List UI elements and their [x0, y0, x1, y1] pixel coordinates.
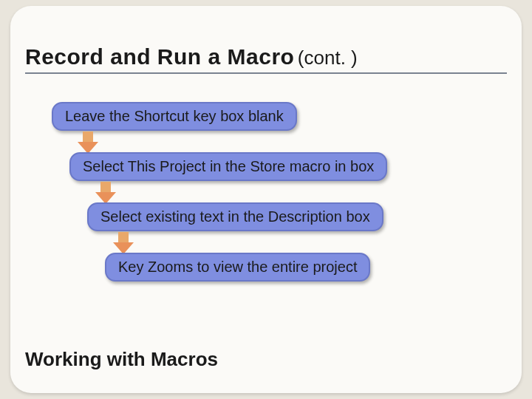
step-box-2: Select This Project in the Store macro i… [69, 152, 387, 181]
step-text: Select existing text in the Description … [100, 208, 370, 225]
slide-title: Record and Run a Macro (cont. ) [25, 44, 507, 74]
step-box-4: Key Zooms to view the entire project [105, 253, 370, 282]
step-text: Select This Project in the Store macro i… [83, 158, 374, 174]
slide-footer: Working with Macros [25, 348, 218, 371]
step-box-1: Leave the Shortcut key box blank [52, 102, 297, 131]
arrow-icon [83, 132, 93, 142]
arrow-icon [100, 182, 111, 192]
arrow-icon [118, 232, 129, 242]
title-main: Record and Run a Macro [25, 44, 294, 69]
title-cont: (cont. ) [298, 47, 358, 69]
step-text: Leave the Shortcut key box blank [65, 108, 284, 124]
step-box-3: Select existing text in the Description … [87, 202, 383, 231]
step-text: Key Zooms to view the entire project [118, 259, 357, 275]
slide-card: Record and Run a Macro (cont. ) Leave th… [10, 6, 522, 393]
